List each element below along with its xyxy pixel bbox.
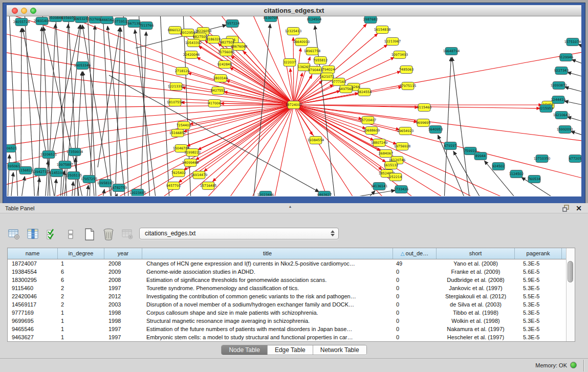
table-cell[interactable]: 9463627 <box>8 333 58 341</box>
graph-node[interactable]: 15751074 <box>564 38 581 46</box>
table-cell[interactable]: 1 <box>58 333 104 341</box>
graph-node[interactable]: 794024 <box>322 66 335 74</box>
graph-node[interactable]: 2803144 <box>213 75 228 82</box>
table-cell[interactable]: Nakamura et al. (1997) <box>437 325 515 333</box>
graph-node[interactable]: 12023446 <box>257 191 274 196</box>
table-row[interactable]: 946362711997Embryonic stem cells: a mode… <box>8 333 566 341</box>
graph-node[interactable]: 10543392 <box>185 39 202 47</box>
graph-node[interactable]: 595061 <box>8 163 20 170</box>
table-row[interactable]: 1830029562008Estimation of significance … <box>8 276 566 284</box>
graph-node[interactable]: 10653257 <box>73 16 90 23</box>
row-height-icon[interactable] <box>64 228 77 241</box>
table-cell[interactable]: Tibbo et al. (1998) <box>437 309 515 317</box>
table-cell[interactable]: Investigating the contribution of common… <box>142 292 393 300</box>
graph-node[interactable]: 31756085 <box>218 49 235 56</box>
table-cell[interactable]: Genome-wide association studies in ADHD. <box>142 268 393 276</box>
graph-node[interactable]: 15166852 <box>169 129 186 137</box>
graph-node[interactable]: 1733426 <box>394 186 408 193</box>
graph-node[interactable]: 12325413 <box>285 28 302 35</box>
table-cell[interactable]: Dudbridge et al. (2008) <box>437 276 515 284</box>
table-cell[interactable]: 0 <box>393 300 437 309</box>
table-cell[interactable]: 9699695 <box>8 317 58 325</box>
graph-node[interactable]: 16648794 <box>443 48 460 55</box>
table-cell[interactable]: 5.3E-5 <box>515 333 562 341</box>
graph-node[interactable]: 417006 <box>208 100 221 107</box>
graph-node[interactable]: 679197 <box>444 142 456 150</box>
table-cell[interactable]: 5.3E-5 <box>515 317 562 325</box>
graph-node[interactable]: 17957255 <box>81 176 98 183</box>
graph-node[interactable]: 12213967 <box>384 38 401 46</box>
graph-node[interactable]: 23206521 <box>40 151 57 159</box>
graph-node[interactable]: 19384554 <box>308 137 324 144</box>
window-titlebar[interactable]: citations_edges.txt <box>7 5 581 16</box>
table-cell[interactable]: 9777169 <box>8 309 58 317</box>
table-cell[interactable]: 1997 <box>104 325 142 333</box>
table-cell[interactable]: 1 <box>58 259 104 268</box>
graph-node[interactable]: 12942737 <box>32 168 49 176</box>
graph-node[interactable]: 6497568 <box>339 85 353 93</box>
graph-node[interactable]: 7955812 <box>313 57 328 64</box>
table-cell[interactable]: 14569117 <box>8 300 58 309</box>
table-cell[interactable]: 9115460 <box>8 284 58 292</box>
table-cell[interactable]: Jankovic et al. (1997) <box>437 284 515 292</box>
table-cell[interactable]: 5.3E-5 <box>515 284 562 292</box>
table-cell[interactable]: 6 <box>58 276 104 284</box>
table-select-dropdown[interactable]: citations_edges.txt <box>139 228 339 239</box>
graph-node[interactable]: 1124502 <box>509 170 524 178</box>
graph-node[interactable]: 19654923 <box>397 127 414 135</box>
tab-network-table[interactable]: Network Table <box>313 345 366 355</box>
table-row[interactable]: 1872400712008Changes of HCN gene express… <box>8 259 566 268</box>
graph-node[interactable]: 19756928 <box>394 143 411 150</box>
network-canvas[interactable]: 1872400788601238912954282260589827509818… <box>7 16 581 196</box>
table-row[interactable]: 2242004622012Investigating the contribut… <box>8 292 566 300</box>
graph-node[interactable]: 8124504 <box>307 16 321 24</box>
table-row[interactable]: 946554611997Estimation of the future num… <box>8 325 566 333</box>
table-cell[interactable]: 2008 <box>104 259 142 268</box>
table-cell[interactable]: 2 <box>58 292 104 300</box>
table-cell[interactable]: 22420046 <box>8 292 58 300</box>
graph-node[interactable]: 18107552 <box>167 99 184 106</box>
column-header-name[interactable]: name <box>8 248 58 259</box>
graph-node[interactable]: 1640953 <box>428 126 443 134</box>
graph-node[interactable]: 16782759 <box>111 184 127 192</box>
graph-node[interactable]: 7513766 <box>139 22 154 30</box>
graph-node[interactable]: 760534 <box>528 176 540 183</box>
graph-node[interactable]: 2206521 <box>7 145 17 152</box>
table-cell[interactable]: Wolkin et al. (1998) <box>437 317 515 325</box>
graph-node[interactable]: 9242848 <box>217 61 232 69</box>
table-cell[interactable]: 1997 <box>104 284 142 292</box>
graph-node[interactable]: 10688609 <box>363 127 380 135</box>
graph-node[interactable]: 16640910 <box>293 38 310 46</box>
table-cell[interactable]: 2009 <box>104 268 142 276</box>
graph-node[interactable]: 89944 <box>474 152 487 160</box>
graph-node[interactable]: 9790443 <box>308 67 322 74</box>
graph-node[interactable]: 1615132 <box>384 162 398 169</box>
graph-node[interactable]: 677205 <box>569 155 581 163</box>
table-cell[interactable]: 0 <box>393 317 437 325</box>
graph-node[interactable]: 17359934 <box>67 148 83 156</box>
table-cell[interactable]: Stergiakouli et al. (2012) <box>437 292 515 300</box>
column-header-pagerank[interactable]: pagerank <box>515 248 562 259</box>
graph-node[interactable]: 10973493 <box>391 51 408 59</box>
table-row[interactable]: 911546021997Tourette syndrome. Phenomeno… <box>8 284 566 292</box>
table-cell[interactable]: Franke et al. (2009) <box>437 268 515 276</box>
scrollbar-thumb[interactable] <box>568 261 573 282</box>
graph-node[interactable]: 9227343 <box>554 67 569 75</box>
graph-node[interactable]: 7254402 <box>177 122 191 129</box>
graph-node[interactable]: 1244419 <box>551 96 565 104</box>
tab-node-table[interactable]: Node Table <box>222 345 268 355</box>
table-cell[interactable]: 49 <box>393 259 437 268</box>
graph-node[interactable]: 17975115 <box>400 82 417 90</box>
table-row[interactable]: 969969511998Structural magnetic resonanc… <box>8 317 566 325</box>
graph-node[interactable]: 924502 <box>492 163 505 170</box>
graph-node[interactable]: 252214 <box>389 173 402 181</box>
table-cell[interactable]: 1 <box>58 309 104 317</box>
table-cell[interactable]: Yano et al. (2008) <box>437 259 515 268</box>
column-header-title[interactable]: title <box>142 248 393 259</box>
float-panel-icon[interactable] <box>562 205 570 212</box>
table-cell[interactable]: Changes of HCN gene expression and I(f) … <box>142 259 393 268</box>
graph-node[interactable]: 31998222 <box>184 149 201 157</box>
graph-node[interactable]: 12093872 <box>551 82 568 90</box>
table-cell[interactable]: 5.5E-5 <box>515 292 562 300</box>
graph-node[interactable]: 9699695 <box>416 119 430 127</box>
